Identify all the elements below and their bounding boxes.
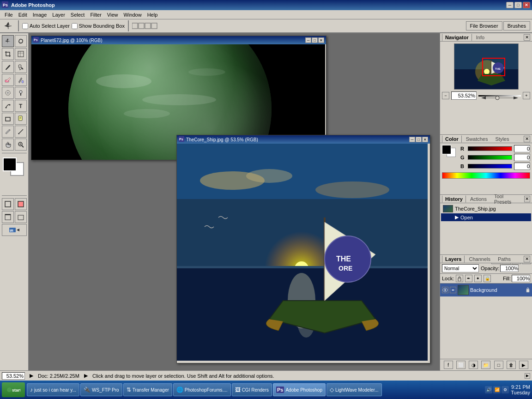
bounding-box-input[interactable]: [72, 23, 78, 29]
color-spectrum[interactable]: [442, 172, 530, 179]
ship-minimize[interactable]: ─: [409, 137, 415, 142]
green-slider[interactable]: [468, 155, 512, 160]
tray-icon-1[interactable]: 🔊: [485, 386, 492, 393]
menu-image[interactable]: Image: [30, 11, 50, 18]
green-value[interactable]: [514, 154, 530, 161]
navigator-panel-close[interactable]: ✕: [524, 34, 530, 41]
new-group[interactable]: 📁: [481, 361, 490, 369]
ship-titlebar[interactable]: Ps TheCore_Ship.jpg @ 53.5% (RGB) ─ □ ✕: [177, 135, 430, 144]
standard-mode-btn[interactable]: [2, 198, 14, 210]
history-item-1[interactable]: TheCore_Ship.jpg: [441, 204, 531, 213]
tool-presets-tab[interactable]: Tool Presets: [491, 193, 523, 206]
layer-visibility-eye[interactable]: [442, 287, 448, 293]
menu-filter[interactable]: Filter: [87, 11, 104, 18]
path-tool[interactable]: [2, 100, 14, 112]
taskbar-transfer[interactable]: ⇅ Transfer Manager: [123, 383, 172, 396]
maximize-button[interactable]: □: [514, 2, 522, 8]
swatches-tab[interactable]: Swatches: [463, 135, 491, 143]
actions-tab[interactable]: Actions: [467, 195, 490, 203]
tray-icon-2[interactable]: 📶: [493, 386, 501, 393]
menu-window[interactable]: Window: [121, 11, 145, 18]
shape-tool[interactable]: [2, 113, 14, 125]
brush-tool[interactable]: [2, 61, 14, 73]
new-fill-layer[interactable]: ◑: [469, 361, 478, 369]
styles-tab[interactable]: Styles: [492, 135, 512, 143]
layer-background[interactable]: ✒ Background: [440, 284, 532, 296]
taskbar-photoshop[interactable]: Ps Adobe Photoshop: [273, 383, 326, 396]
planet-close[interactable]: ✕: [318, 37, 324, 43]
menu-help[interactable]: Help: [145, 11, 161, 18]
fill-input[interactable]: [512, 275, 530, 282]
lock-image[interactable]: ✒: [465, 275, 472, 282]
nav-zoom-slider[interactable]: [478, 95, 521, 97]
nav-zoom-plus[interactable]: +: [523, 92, 530, 99]
status-triangle-2[interactable]: ▶: [83, 372, 89, 380]
ship-close[interactable]: ✕: [422, 137, 428, 142]
layer-edit-btn[interactable]: ✒: [450, 287, 456, 293]
layers-panel-close[interactable]: ✕: [524, 256, 530, 262]
move-tool[interactable]: [2, 35, 14, 47]
taskbar-forums[interactable]: 🌐 PhotoshopForums....: [173, 383, 231, 396]
nav-zoom-minus[interactable]: −: [442, 92, 449, 99]
standard-screen-btn[interactable]: [2, 211, 14, 223]
planet-minimize[interactable]: ─: [305, 37, 311, 43]
eraser-tool[interactable]: [2, 74, 14, 86]
status-scroll[interactable]: ▶: [525, 373, 530, 379]
lock-all[interactable]: 🔒: [484, 275, 491, 282]
lock-position[interactable]: ✦: [474, 275, 482, 282]
planet-titlebar[interactable]: Ps Planet672.jpg @ 100% (RGB) ─ □ ✕: [31, 36, 326, 44]
new-layer[interactable]: □: [494, 361, 503, 369]
navigator-tab[interactable]: Navigator: [442, 34, 472, 41]
status-triangle[interactable]: ▶: [29, 372, 34, 380]
blur-tool[interactable]: [2, 87, 14, 99]
start-button[interactable]: start: [2, 382, 25, 397]
taskbar-lightwave[interactable]: ◇ LightWave Modeler...: [326, 383, 382, 396]
color-panel-close[interactable]: ✕: [524, 136, 530, 142]
nav-zoom-input[interactable]: [451, 91, 477, 100]
paths-tab[interactable]: Paths: [495, 255, 514, 263]
brushes-button[interactable]: Brushes: [503, 21, 530, 30]
menu-edit[interactable]: Edit: [16, 11, 30, 18]
taskbar-cgi[interactable]: 🖼 CGI Renders: [232, 383, 272, 396]
blue-value[interactable]: [514, 163, 530, 170]
red-value[interactable]: [514, 145, 530, 152]
lasso-tool[interactable]: [15, 35, 27, 47]
minimize-button[interactable]: ─: [506, 2, 514, 8]
bounding-box-checkbox[interactable]: Show Bounding Box: [72, 23, 125, 29]
channels-tab[interactable]: Channels: [466, 255, 493, 263]
menu-view[interactable]: View: [104, 11, 121, 18]
taskbar-music[interactable]: ♪ just so i can hear y...: [27, 383, 79, 396]
type-tool[interactable]: T: [15, 100, 27, 112]
slice-tool[interactable]: [15, 48, 27, 60]
lock-transparent[interactable]: [456, 275, 463, 282]
zoom-tool[interactable]: [15, 139, 27, 151]
menu-select[interactable]: Select: [68, 11, 88, 18]
menu-layer[interactable]: Layer: [49, 11, 68, 18]
blue-slider[interactable]: [468, 164, 512, 169]
close-button[interactable]: ✕: [523, 2, 530, 8]
move-tool-btn[interactable]: [2, 20, 15, 31]
color-tab[interactable]: Color: [442, 135, 462, 143]
add-layer-style[interactable]: f: [444, 361, 453, 369]
red-slider[interactable]: [468, 146, 512, 151]
color-fg-swatch[interactable]: [442, 145, 451, 154]
add-mask[interactable]: ⬜: [456, 361, 466, 369]
delete-layer[interactable]: 🗑: [507, 361, 516, 369]
history-item-2[interactable]: ▶ Open: [441, 213, 531, 221]
status-zoom[interactable]: 53.52%: [2, 372, 25, 380]
notes-tool[interactable]: [15, 113, 27, 125]
file-browser-button[interactable]: File Browser: [466, 21, 502, 30]
history-tab[interactable]: History: [442, 195, 466, 203]
auto-select-input[interactable]: [22, 23, 28, 29]
measure-tool[interactable]: [15, 126, 27, 138]
jump-to-imageready[interactable]: IR: [2, 224, 27, 236]
taskbar-ftp[interactable]: 🔌 WS_FTP Pro: [80, 383, 122, 396]
layers-tab[interactable]: Layers: [442, 255, 465, 263]
foreground-color[interactable]: [3, 157, 17, 171]
layers-menu[interactable]: ▶: [519, 361, 528, 369]
ship-maximize[interactable]: □: [416, 137, 422, 142]
stamp-tool[interactable]: [15, 61, 27, 73]
tray-icon-3[interactable]: ⚙: [502, 386, 509, 393]
paint-bucket-tool[interactable]: [15, 74, 27, 86]
info-tab[interactable]: Info: [473, 34, 488, 41]
